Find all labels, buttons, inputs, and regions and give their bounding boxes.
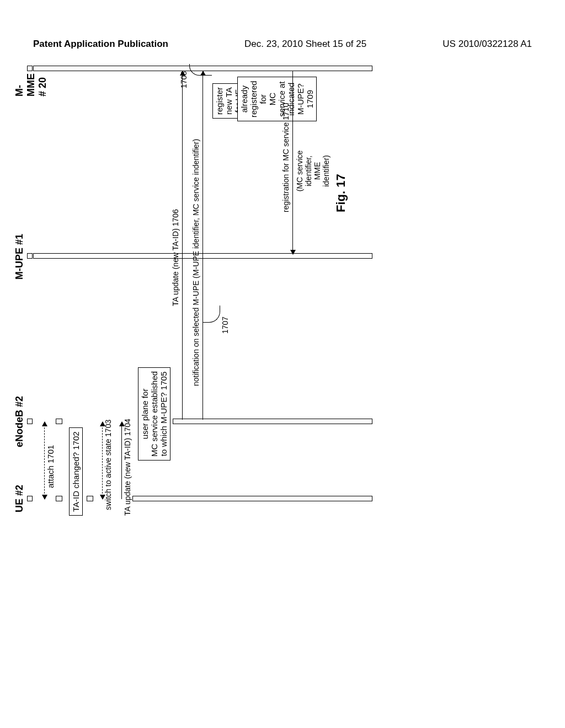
msg-attach-arrow: [44, 422, 45, 499]
label-1708: 1708: [179, 71, 188, 88]
actor-mupe: M-UPE #1: [14, 234, 25, 280]
msg-registration: registration for MC service 1710: [281, 103, 290, 212]
msg-registration-arrow: [292, 71, 293, 254]
figure-label: Fig. 17: [334, 174, 348, 212]
msg-attach: attach 1701: [46, 445, 55, 488]
msg-notification-arrow: [202, 71, 203, 420]
header-left: Patent Application Publication: [33, 39, 168, 50]
msg-taupdate-enb-arrow: [121, 422, 122, 499]
header-center: Dec. 23, 2010 Sheet 15 of 25: [244, 39, 366, 50]
msg-taupdate-mmme-arrow: [182, 71, 183, 420]
actor-ue: UE #2: [14, 485, 25, 512]
msg-taupdate-mmme: TA update (new TA-ID) 1706: [171, 209, 180, 306]
curve-1707: [203, 306, 220, 323]
curve-1708: [189, 64, 212, 76]
box-ta-changed: TA-ID changed? 1702: [69, 427, 83, 516]
sequence-diagram: UE #2 eNodeB #2 M-UPE #1 M-MME # 20 atta…: [14, 146, 527, 521]
msg-switch-arrow: [102, 422, 103, 499]
actor-enb: eNodeB #2: [14, 396, 25, 447]
msg-notification: notification on selected M-UPE (M-UPE id…: [191, 139, 200, 386]
box-already-reg: already registered for MC service at ind…: [237, 77, 317, 121]
msg-switch: switch to active state 1703: [104, 420, 113, 510]
msg-taupdate-enb: TA update (new TA-ID) 1704: [123, 419, 132, 516]
label-1707: 1707: [221, 317, 230, 334]
actor-mmme: M-MME # 20: [14, 73, 49, 97]
box-user-plane: user plane for MC service established to…: [138, 367, 170, 461]
msg-reg-params: (MC service identifier, MME identifier): [295, 146, 331, 196]
header-right: US 2010/0322128 A1: [443, 39, 532, 50]
